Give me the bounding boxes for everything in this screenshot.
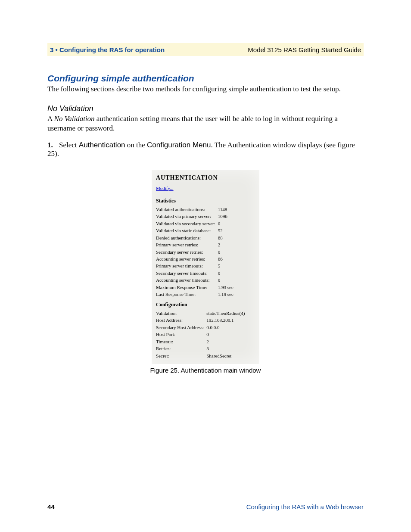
stat-value: 1096 bbox=[218, 213, 234, 220]
stat-label: Primary server timeouts: bbox=[156, 263, 218, 270]
stat-value: 3 bbox=[206, 345, 245, 352]
stat-value: 0.0.0.0 bbox=[206, 324, 245, 331]
stat-label: Primary server retries: bbox=[156, 242, 218, 249]
text: on the bbox=[125, 141, 147, 149]
text: A bbox=[47, 115, 54, 123]
page-footer: 44 Configuring the RAS with a Web browse… bbox=[47, 503, 364, 510]
footer-right: Configuring the RAS with a Web browser bbox=[246, 503, 364, 510]
stat-label: Accounting server timeouts: bbox=[156, 277, 218, 284]
no-validation-paragraph: A No Validation authentication setting m… bbox=[47, 114, 364, 133]
table-row: Secondary Host Address:0.0.0.0 bbox=[156, 324, 245, 331]
stat-label: Secret: bbox=[156, 353, 206, 360]
table-row: Last Response Time:1.19 sec bbox=[156, 291, 234, 298]
stat-value: 66 bbox=[218, 256, 234, 263]
header-right: Model 3125 RAS Getting Started Guide bbox=[248, 46, 361, 53]
table-row: Secondary server retries:0 bbox=[156, 249, 234, 256]
table-row: Timeout:2 bbox=[156, 339, 245, 345]
statistics-label: Statistics bbox=[156, 197, 255, 205]
stat-value: 5 bbox=[218, 263, 234, 270]
stat-label: Denied authentications: bbox=[156, 235, 218, 242]
authentication-panel: AUTHENTICATION Modify... Statistics Vali… bbox=[152, 170, 259, 364]
ui-term: Configuration Menu bbox=[147, 141, 211, 149]
stat-label: Secondary server retries: bbox=[156, 249, 218, 256]
stat-value: 192.168.200.1 bbox=[206, 317, 245, 324]
table-row: Validated authentications:1148 bbox=[156, 206, 234, 213]
stat-label: Secondary server timeouts: bbox=[156, 270, 218, 277]
header-bar: 3 • Configuring the RAS for operation Mo… bbox=[47, 43, 364, 56]
text-italic: No Validation bbox=[54, 115, 95, 123]
stat-label: Validated via primary server: bbox=[156, 213, 218, 220]
stat-value: 2 bbox=[206, 339, 245, 345]
stat-label: Validated via static database: bbox=[156, 227, 218, 234]
page-number: 44 bbox=[47, 503, 55, 510]
modify-link[interactable]: Modify... bbox=[156, 185, 174, 192]
stat-label: Validated via secondary server: bbox=[156, 221, 218, 227]
figure-caption: Figure 25. Authentication main window bbox=[47, 367, 364, 374]
stat-value: 1.93 sec bbox=[218, 284, 234, 291]
step-1: 1. Select Authentication on the Configur… bbox=[47, 141, 364, 158]
stat-value: 0 bbox=[206, 331, 245, 338]
stat-value: 2 bbox=[218, 242, 234, 249]
stat-label: Validated authentications: bbox=[156, 206, 218, 213]
stat-value: 0 bbox=[218, 221, 234, 227]
table-row: Primary server timeouts:5 bbox=[156, 263, 234, 270]
stat-value: 0 bbox=[218, 270, 234, 277]
step-number: 1. bbox=[47, 141, 53, 149]
stat-value: 1148 bbox=[218, 206, 234, 213]
intro-text: The following sections describe two meth… bbox=[47, 84, 364, 94]
configuration-label: Configuration bbox=[156, 301, 255, 308]
stat-label: Retries: bbox=[156, 345, 206, 352]
table-row: Host Port:0 bbox=[156, 331, 245, 338]
stat-label: Secondary Host Address: bbox=[156, 324, 206, 331]
header-left: 3 • Configuring the RAS for operation bbox=[50, 46, 165, 53]
table-row: Validation:staticThenRadius(4) bbox=[156, 310, 245, 317]
stat-value: 0 bbox=[218, 277, 234, 284]
stat-value: staticThenRadius(4) bbox=[206, 310, 245, 317]
stat-label: Last Response Time: bbox=[156, 291, 218, 298]
stat-label: Timeout: bbox=[156, 339, 206, 345]
table-row: Accounting server retries:66 bbox=[156, 256, 234, 263]
stat-label: Validation: bbox=[156, 310, 206, 317]
stat-value: 0 bbox=[218, 249, 234, 256]
stat-label: Host Address: bbox=[156, 317, 206, 324]
table-row: Accounting server timeouts:0 bbox=[156, 277, 234, 284]
table-row: Secondary server timeouts:0 bbox=[156, 270, 234, 277]
ui-term: Authentication bbox=[79, 141, 125, 149]
table-row: Validated via static database:52 bbox=[156, 227, 234, 234]
stat-value: 52 bbox=[218, 227, 234, 234]
stat-label: Host Port: bbox=[156, 331, 206, 338]
subheading-no-validation: No Validation bbox=[47, 104, 364, 113]
stat-label: Maximum Response Time: bbox=[156, 284, 218, 291]
section-title: Configuring simple authentication bbox=[47, 73, 364, 84]
stat-value: 68 bbox=[218, 235, 234, 242]
table-row: Denied authentications:68 bbox=[156, 235, 234, 242]
table-row: Validated via primary server:1096 bbox=[156, 213, 234, 220]
stat-value: 1.19 sec bbox=[218, 291, 234, 298]
table-row: Secret:SharedSecret bbox=[156, 353, 245, 360]
table-row: Maximum Response Time:1.93 sec bbox=[156, 284, 234, 291]
table-row: Validated via secondary server:0 bbox=[156, 221, 234, 227]
statistics-table: Validated authentications:1148Validated … bbox=[156, 206, 234, 299]
panel-title: AUTHENTICATION bbox=[156, 174, 255, 182]
text: Select bbox=[59, 141, 79, 149]
stat-label: Accounting server retries: bbox=[156, 256, 218, 263]
table-row: Retries:3 bbox=[156, 345, 245, 352]
table-row: Primary server retries:2 bbox=[156, 242, 234, 249]
stat-value: SharedSecret bbox=[206, 353, 245, 360]
table-row: Host Address:192.168.200.1 bbox=[156, 317, 245, 324]
configuration-table: Validation:staticThenRadius(4)Host Addre… bbox=[156, 310, 245, 360]
